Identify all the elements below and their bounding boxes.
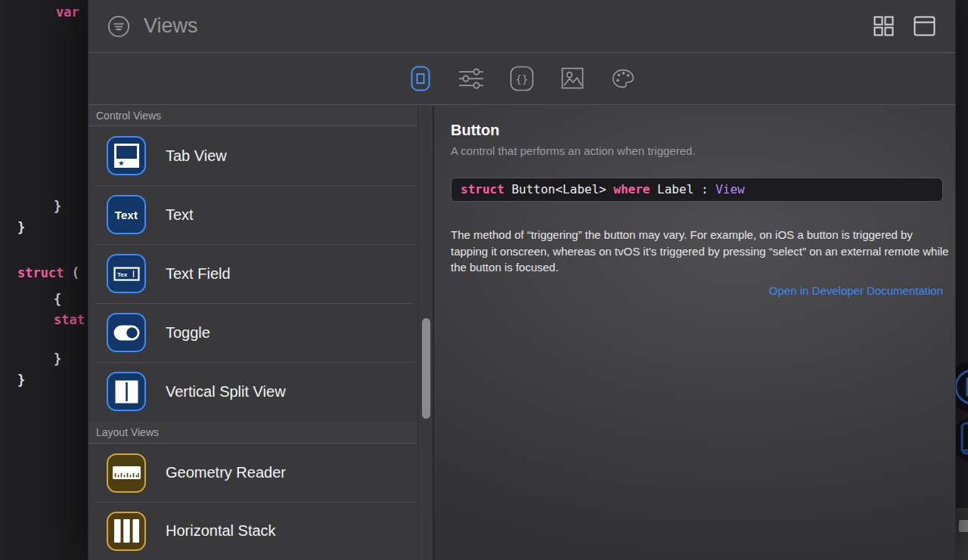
device-preview-icon[interactable] [956, 416, 968, 464]
library-list: Control Views ★ Tab View Text Text [88, 106, 417, 560]
list-item-label: Toggle [166, 324, 210, 342]
media-library-icon [560, 64, 585, 93]
code-name: Button<Label> [511, 182, 613, 196]
views-library-icon [408, 64, 433, 93]
list-item-label: Text [166, 206, 194, 224]
list-item-text[interactable]: Text Text [88, 185, 417, 244]
declaration-code-box: struct Button<Label> where Label : View [451, 178, 943, 202]
list-item-vertical-split-view[interactable]: Vertical Split View [88, 362, 417, 421]
play-button-icon[interactable] [956, 360, 968, 414]
code-line: } [17, 220, 25, 235]
vertical-split-view-icon [107, 372, 146, 411]
detail-subtitle: A control that performs an action when t… [451, 144, 955, 157]
library-tabbar: {} [88, 53, 955, 105]
list-item-label: Horizontal Stack [166, 522, 276, 540]
code-name: Label : [657, 182, 715, 196]
library-titlebar: Views [88, 0, 955, 53]
background-scrollbar-fragment[interactable] [959, 520, 968, 532]
text-glyph: Text [115, 209, 138, 221]
modifiers-library-icon [458, 64, 484, 93]
background-band [956, 508, 968, 560]
star-glyph: ★ [118, 158, 125, 166]
list-item-label: Text Field [166, 265, 231, 283]
braces-glyph: {} [516, 73, 529, 85]
code-line: { [54, 292, 61, 307]
code-keyword: struct [461, 182, 511, 196]
list-edge-line [417, 106, 418, 560]
tab-modifiers-library[interactable] [458, 64, 484, 93]
section-header-layout-views: Layout Views [88, 421, 417, 444]
list-item-tab-view[interactable]: ★ Tab View [88, 126, 417, 185]
window-view-icon[interactable] [914, 16, 935, 36]
tab-views-library[interactable] [408, 64, 433, 93]
code-line: var [56, 5, 79, 20]
tab-media-library[interactable] [560, 64, 585, 93]
list-item-horizontal-stack[interactable]: Horizontal Stack [88, 502, 417, 560]
detail-link-row: Open in Developer Documentation [451, 284, 943, 298]
detail-title: Button [451, 122, 955, 139]
code-text: ( [72, 265, 79, 280]
code-line: stat [54, 312, 85, 327]
detail-pane: Button A control that performs an action… [434, 106, 955, 560]
list-scrollbar-thumb[interactable] [422, 318, 430, 419]
list-item-label: Vertical Split View [166, 383, 286, 401]
filter-icon[interactable] [107, 14, 131, 39]
grid-view-icon[interactable] [873, 16, 894, 36]
detail-description: The method of “triggering” the button ma… [451, 227, 951, 276]
list-item-geometry-reader[interactable]: Geometry Reader [88, 444, 417, 502]
color-library-icon [610, 64, 636, 93]
list-item-text-field[interactable]: Tex Text Field [88, 244, 417, 303]
tab-view-icon: ★ [107, 136, 146, 175]
tab-color-library[interactable] [610, 64, 636, 93]
code-line: } [54, 351, 61, 367]
list-item-toggle[interactable]: Toggle [88, 303, 417, 362]
xcode-window: var } } struct ( { stat } } [0, 0, 968, 560]
section-header-control-views: Control Views [88, 106, 417, 126]
library-title: Views [144, 14, 198, 38]
toggle-icon [107, 313, 146, 352]
code-line: } [17, 373, 25, 388]
snippets-library-icon: {} [509, 64, 535, 93]
code-line: } [54, 199, 61, 214]
code-type: View [715, 182, 745, 196]
list-item-label: Geometry Reader [166, 464, 286, 481]
open-in-developer-documentation-link[interactable]: Open in Developer Documentation [769, 284, 943, 297]
background-canvas-edge [956, 0, 968, 560]
titlebar-actions [873, 16, 935, 36]
text-field-icon: Tex [107, 254, 146, 293]
horizontal-stack-icon [107, 512, 146, 551]
code-line: struct ( [17, 265, 79, 280]
geometry-reader-icon [107, 453, 146, 493]
code-keyword: where [613, 182, 657, 196]
tab-snippets-library[interactable]: {} [509, 64, 535, 93]
tex-glyph: Tex [117, 271, 128, 278]
list-item-label: Tab View [166, 147, 227, 165]
text-icon: Text [107, 195, 146, 234]
library-panel: Views [88, 0, 956, 560]
code-keyword: struct [17, 265, 72, 280]
